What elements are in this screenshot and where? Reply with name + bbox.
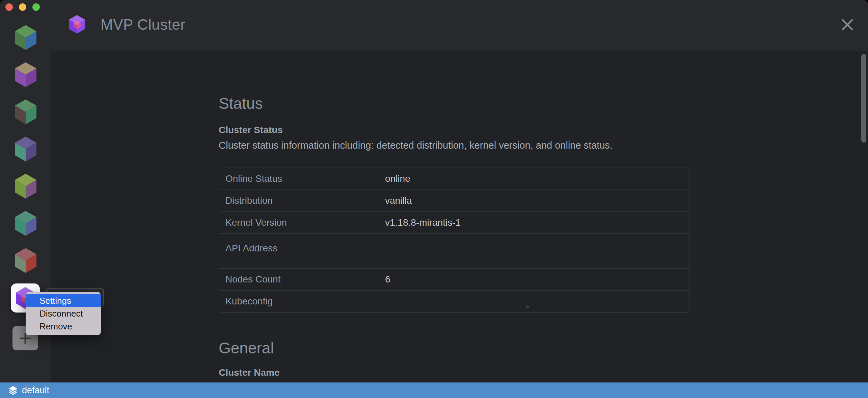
page-title: MVP Cluster xyxy=(101,16,186,33)
general-section-heading: General xyxy=(219,339,689,357)
scrollbar-thumb[interactable] xyxy=(861,54,866,143)
cluster-status-description: Cluster status information including: de… xyxy=(219,140,689,151)
status-bar: default xyxy=(0,382,868,398)
row-value: vanilla xyxy=(385,195,689,206)
sidebar-cluster-icon-1[interactable] xyxy=(12,24,39,51)
menu-item-disconnect[interactable]: Disconnect xyxy=(26,307,101,320)
table-row: Kubeconfig xyxy=(219,290,689,312)
menu-item-settings[interactable]: Settings xyxy=(26,294,101,307)
sidebar-cluster-icon-7[interactable] xyxy=(12,247,39,274)
table-row: Kernel Versionv1.18.8-mirantis-1 xyxy=(219,212,689,233)
sidebar-cluster-icon-2[interactable] xyxy=(12,61,39,88)
close-icon xyxy=(840,17,855,32)
table-row: Nodes Count6 xyxy=(219,268,689,290)
row-value: online xyxy=(385,173,689,184)
row-label: API Address xyxy=(219,234,385,254)
sidebar-cluster-icon-6[interactable] xyxy=(12,210,39,237)
tiny-link-dash xyxy=(526,306,529,307)
cluster-logo-icon xyxy=(67,14,87,34)
row-label: Kernel Version xyxy=(219,217,385,228)
row-value: v1.18.8-mirantis-1 xyxy=(385,217,689,228)
table-row: Online Statusonline xyxy=(219,168,689,190)
settings-column: Status Cluster Status Cluster status inf… xyxy=(219,51,689,378)
menu-item-remove[interactable]: Remove xyxy=(26,320,101,333)
sidebar-cluster-icon-3[interactable] xyxy=(12,98,39,125)
sidebar-cluster-icon-5[interactable] xyxy=(12,173,39,200)
row-label: Distribution xyxy=(219,195,385,206)
cluster-status-subheading: Cluster Status xyxy=(219,125,689,135)
close-button[interactable] xyxy=(840,17,855,32)
namespace-label: default xyxy=(22,385,49,396)
status-section-heading: Status xyxy=(219,51,689,113)
app-window: MVP Cluster + Status Cluster Status Clus… xyxy=(0,0,868,398)
row-label: Kubeconfig xyxy=(219,296,385,307)
row-label: Nodes Count xyxy=(219,274,385,285)
row-value: 6 xyxy=(385,274,689,285)
table-row: Distributionvanilla xyxy=(219,190,689,212)
context-menu: SettingsDisconnectRemove xyxy=(26,292,101,335)
table-row: API Address xyxy=(219,233,689,268)
namespace-selector[interactable]: default xyxy=(7,385,49,396)
sidebar-cluster-icon-4[interactable] xyxy=(12,135,39,163)
layers-icon xyxy=(7,385,19,396)
settings-page: Status Cluster Status Cluster status inf… xyxy=(51,51,868,382)
status-table: Online StatusonlineDistributionvanillaKe… xyxy=(219,168,689,313)
cluster-name-subheading: Cluster Name xyxy=(219,367,689,378)
row-label: Online Status xyxy=(219,173,385,184)
